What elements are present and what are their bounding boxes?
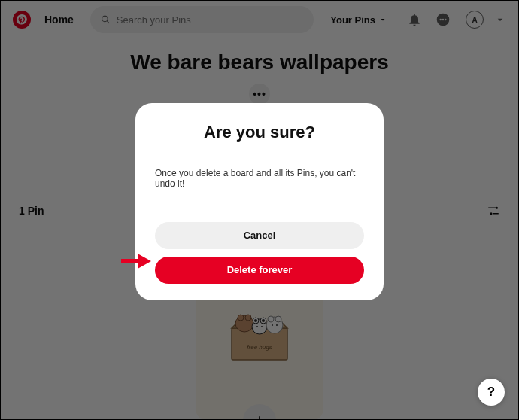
delete-confirm-modal: Are you sure? Once you delete a board an…	[135, 103, 384, 300]
cancel-button[interactable]: Cancel	[155, 222, 364, 249]
modal-description: Once you delete a board and all its Pins…	[155, 168, 364, 189]
svg-rect-21	[121, 259, 138, 263]
help-button[interactable]: ?	[478, 379, 505, 406]
modal-title: Are you sure?	[155, 123, 364, 142]
delete-forever-button[interactable]: Delete forever	[155, 257, 364, 284]
annotation-arrow-icon	[121, 254, 151, 269]
